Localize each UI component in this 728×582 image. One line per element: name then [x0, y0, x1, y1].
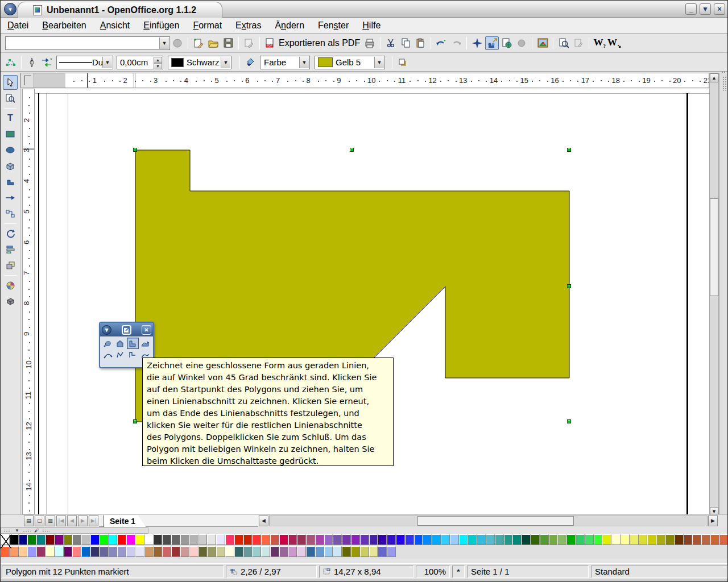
- color-swatch[interactable]: [117, 546, 126, 557]
- color-swatch[interactable]: [189, 534, 198, 545]
- polygon-45-filled-icon[interactable]: [127, 338, 139, 349]
- color-swatch[interactable]: [126, 534, 135, 545]
- color-swatch[interactable]: [46, 534, 55, 545]
- color-swatch[interactable]: [459, 534, 468, 545]
- ruler-origin-box[interactable]: [20, 73, 34, 88]
- color-swatch[interactable]: [342, 534, 351, 545]
- color-swatch[interactable]: [414, 534, 423, 545]
- color-swatch[interactable]: [540, 534, 549, 545]
- color-swatch[interactable]: [306, 534, 315, 545]
- color-swatch[interactable]: [225, 534, 234, 545]
- color-swatch[interactable]: [81, 546, 90, 557]
- color-swatch[interactable]: [207, 534, 216, 545]
- first-page-button[interactable]: |◀: [56, 516, 66, 526]
- color-swatch[interactable]: [611, 534, 621, 545]
- drawing-canvas[interactable]: ▼ ✕: [35, 89, 709, 514]
- vertical-ruler[interactable]: 23456789101112131415: [22, 89, 35, 514]
- horizontal-ruler[interactable]: 123456789101112131415161718192021: [20, 73, 709, 88]
- color-swatch[interactable]: [252, 534, 261, 545]
- polygon-45-icon[interactable]: [127, 349, 139, 360]
- selection-handle[interactable]: [567, 148, 571, 152]
- color-swatch[interactable]: [351, 546, 360, 557]
- color-swatch[interactable]: [468, 534, 477, 545]
- color-swatch[interactable]: [522, 534, 531, 545]
- color-swatch[interactable]: [279, 534, 288, 545]
- color-swatch[interactable]: [198, 546, 208, 557]
- color-swatch[interactable]: [216, 534, 225, 545]
- hscroll-right-arrow[interactable]: ▶: [708, 516, 718, 526]
- size-status[interactable]: 14,27 x 8,94: [319, 566, 413, 578]
- pen-icon[interactable]: [25, 56, 39, 69]
- undo-icon[interactable]: [435, 36, 448, 50]
- whats-this-help-icon[interactable]: W?: [593, 36, 606, 50]
- alignment-tool[interactable]: [3, 242, 18, 257]
- color-swatch[interactable]: [261, 546, 270, 557]
- color-swatch[interactable]: [486, 534, 495, 545]
- horizontal-scroll-thumb[interactable]: [417, 516, 574, 526]
- vertical-scrollbar[interactable]: ▲ ▼: [709, 73, 719, 517]
- color-swatch[interactable]: [360, 534, 369, 545]
- color-swatch[interactable]: [324, 546, 333, 557]
- color-swatch[interactable]: [162, 534, 171, 545]
- page-tab-seite-1[interactable]: Seite 1: [104, 515, 146, 527]
- color-swatch[interactable]: [27, 546, 36, 557]
- color-swatch[interactable]: [333, 534, 342, 545]
- color-swatch[interactable]: [324, 534, 333, 545]
- color-swatch[interactable]: [90, 546, 100, 557]
- selection-handle[interactable]: [567, 419, 571, 423]
- color-swatch[interactable]: [675, 534, 684, 545]
- menu-format[interactable]: Format: [186, 19, 229, 32]
- effects-tool[interactable]: [3, 278, 18, 293]
- color-swatch[interactable]: [252, 546, 261, 557]
- color-swatch[interactable]: [369, 534, 378, 545]
- option-bar-collapsed[interactable]: ▼ 🖌︎: [1, 527, 148, 534]
- color-swatch[interactable]: [387, 534, 396, 545]
- navigator-icon[interactable]: [470, 36, 484, 50]
- line-width-spinner[interactable]: 0,00cm ▲▼: [117, 56, 163, 69]
- color-swatch[interactable]: [234, 546, 243, 557]
- color-swatch[interactable]: [710, 534, 719, 545]
- color-swatch[interactable]: [719, 534, 728, 545]
- line-style-combobox[interactable]: Du ▼: [56, 56, 113, 69]
- menu-extras[interactable]: Extras: [229, 19, 268, 32]
- color-swatch[interactable]: [19, 546, 28, 557]
- color-swatch[interactable]: [135, 546, 144, 557]
- interaction-tool[interactable]: [3, 294, 18, 309]
- color-swatch[interactable]: [90, 534, 100, 545]
- paste-icon[interactable]: [413, 36, 427, 50]
- tearoff-pin-icon[interactable]: [122, 325, 131, 335]
- scroll-up-arrow[interactable]: ▲: [710, 73, 718, 82]
- new-document-icon[interactable]: [192, 36, 205, 50]
- color-swatch[interactable]: [55, 534, 64, 545]
- color-swatch[interactable]: [333, 546, 342, 557]
- area-style-icon[interactable]: [243, 56, 257, 69]
- color-swatch[interactable]: [270, 546, 279, 557]
- color-swatch[interactable]: [109, 546, 118, 557]
- strip-brush-icon[interactable]: 🖌︎: [34, 528, 39, 533]
- zoom-status[interactable]: 100%: [416, 566, 450, 578]
- color-swatch[interactable]: [144, 546, 154, 557]
- color-swatch[interactable]: [36, 546, 46, 557]
- color-swatch[interactable]: [531, 534, 540, 545]
- color-swatch[interactable]: [117, 534, 126, 545]
- color-swatch[interactable]: [639, 534, 648, 545]
- color-swatch[interactable]: [270, 534, 279, 545]
- text-tool[interactable]: T: [3, 111, 18, 126]
- color-swatch-none[interactable]: [1, 534, 10, 545]
- color-swatch[interactable]: [72, 534, 81, 545]
- color-swatch[interactable]: [315, 534, 324, 545]
- selection-handle[interactable]: [350, 148, 354, 152]
- color-swatch[interactable]: [450, 534, 459, 545]
- color-swatch[interactable]: [198, 534, 208, 545]
- rotate-tool[interactable]: [3, 226, 18, 241]
- line-color-arrow[interactable]: ▼: [221, 57, 230, 68]
- url-combobox[interactable]: ▼: [5, 36, 170, 50]
- selection-handle[interactable]: [133, 148, 137, 152]
- strip-handle[interactable]: [23, 529, 31, 533]
- color-swatch[interactable]: [387, 546, 396, 557]
- color-swatch[interactable]: [630, 534, 639, 545]
- color-swatch[interactable]: [171, 546, 180, 557]
- color-swatch[interactable]: [512, 534, 522, 545]
- menu-hilfe[interactable]: Hilfe: [355, 19, 387, 32]
- select-tool[interactable]: [3, 75, 18, 90]
